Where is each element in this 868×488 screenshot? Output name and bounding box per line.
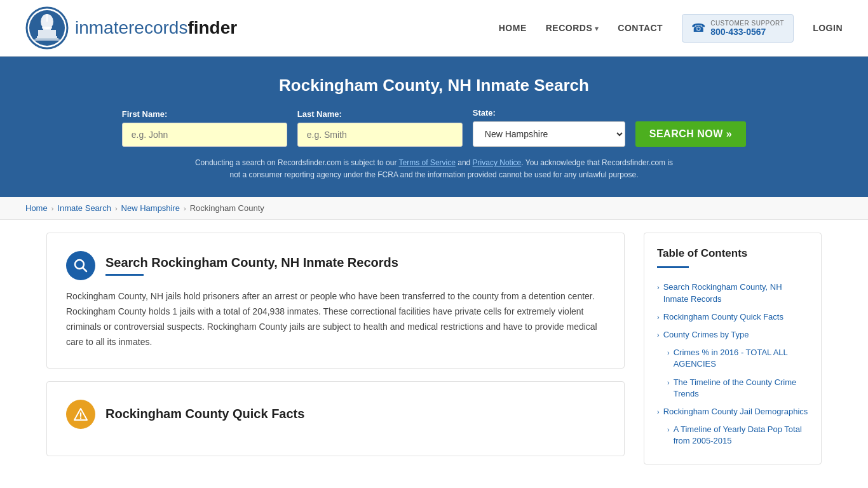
toc-title: Table of Contents bbox=[657, 247, 808, 260]
svg-rect-4 bbox=[38, 30, 56, 36]
content-right: Table of Contents ›Search Rockingham Cou… bbox=[644, 233, 822, 464]
toc-item-label-4: The Timeline of the County Crime Trends bbox=[674, 377, 808, 400]
breadcrumb-current: Rockingham County bbox=[190, 203, 264, 213]
toc-divider bbox=[657, 266, 689, 268]
toc-chevron-icon-6: › bbox=[667, 425, 670, 435]
svg-rect-6 bbox=[36, 38, 58, 39]
inmate-records-header: Search Rockingham County, NH Inmate Reco… bbox=[66, 251, 605, 280]
logo-icon bbox=[25, 6, 69, 50]
section-title-underline bbox=[105, 274, 144, 276]
first-name-label: First Name: bbox=[122, 109, 168, 119]
breadcrumb-sep-1: › bbox=[51, 205, 54, 212]
logo-text-bold: finder bbox=[187, 18, 237, 37]
toc-card: Table of Contents ›Search Rockingham Cou… bbox=[644, 233, 822, 464]
disclaimer-text: Conducting a search on Recordsfinder.com… bbox=[193, 157, 675, 181]
svg-rect-5 bbox=[37, 36, 57, 38]
toc-item-label-5: Rockingham County Jail Demographics bbox=[663, 406, 808, 417]
toc-chevron-icon-2: › bbox=[657, 330, 660, 340]
search-form: First Name: Last Name: State: New Hampsh… bbox=[25, 108, 843, 147]
toc-item-6[interactable]: ›A Timeline of Yearly Data Pop Total fro… bbox=[657, 421, 808, 450]
quick-facts-card: Rockingham County Quick Facts bbox=[46, 381, 625, 456]
breadcrumb-home[interactable]: Home bbox=[25, 203, 48, 213]
header: inmaterecordsfinder HOME RECORDS CONTACT… bbox=[0, 0, 868, 57]
last-name-label: Last Name: bbox=[297, 109, 342, 119]
quick-facts-header: Rockingham County Quick Facts bbox=[66, 400, 605, 429]
magnifying-glass-icon bbox=[74, 259, 88, 273]
svg-rect-7 bbox=[34, 39, 60, 41]
logo-text-regular: inmaterecords bbox=[75, 18, 187, 37]
logo-text-wrap: inmaterecordsfinder bbox=[75, 18, 237, 38]
hero-title: Rockingham County, NH Inmate Search bbox=[25, 76, 843, 95]
toc-item-label-6: A Timeline of Yearly Data Pop Total from… bbox=[674, 424, 808, 447]
support-text-area: CUSTOMER SUPPORT 800-433-0567 bbox=[710, 20, 784, 37]
quick-facts-title: Rockingham County Quick Facts bbox=[105, 407, 304, 421]
search-hero: Rockingham County, NH Inmate Search Firs… bbox=[0, 57, 868, 197]
main-nav: HOME RECORDS CONTACT ☎ CUSTOMER SUPPORT … bbox=[499, 14, 843, 43]
breadcrumb-new-hampshire[interactable]: New Hampshire bbox=[121, 203, 180, 213]
first-name-input[interactable] bbox=[122, 123, 287, 147]
privacy-notice-link[interactable]: Privacy Notice bbox=[473, 158, 522, 167]
svg-rect-8 bbox=[46, 14, 48, 22]
toc-list: ›Search Rockingham County, NH Inmate Rec… bbox=[657, 278, 808, 450]
state-select[interactable]: New Hampshire Alabama Alaska California … bbox=[473, 121, 625, 147]
terms-of-service-link[interactable]: Terms of Service bbox=[399, 158, 456, 167]
toc-chevron-icon-5: › bbox=[657, 407, 660, 417]
logo-area: inmaterecordsfinder bbox=[25, 6, 237, 50]
toc-item-2[interactable]: ›County Crimes by Type bbox=[657, 326, 808, 344]
customer-support-button[interactable]: ☎ CUSTOMER SUPPORT 800-433-0567 bbox=[682, 14, 794, 43]
search-section-icon bbox=[66, 251, 95, 280]
state-group: State: New Hampshire Alabama Alaska Cali… bbox=[473, 108, 625, 147]
toc-item-label-3: Crimes % in 2016 - TOTAL ALL AGENCIES bbox=[674, 347, 808, 370]
main-content: Search Rockingham County, NH Inmate Reco… bbox=[21, 220, 847, 477]
breadcrumb: Home › Inmate Search › New Hampshire › R… bbox=[0, 197, 868, 220]
last-name-group: Last Name: bbox=[297, 109, 463, 147]
toc-item-3[interactable]: ›Crimes % in 2016 - TOTAL ALL AGENCIES bbox=[657, 344, 808, 373]
nav-home[interactable]: HOME bbox=[499, 23, 527, 33]
headphone-icon: ☎ bbox=[691, 21, 705, 35]
support-label: CUSTOMER SUPPORT bbox=[710, 20, 784, 27]
toc-item-5[interactable]: ›Rockingham County Jail Demographics bbox=[657, 403, 808, 421]
nav-records-wrapper[interactable]: RECORDS bbox=[546, 23, 599, 33]
toc-item-label-0: Search Rockingham County, NH Inmate Reco… bbox=[663, 281, 808, 304]
quick-facts-title-wrap: Rockingham County Quick Facts bbox=[105, 407, 304, 421]
first-name-group: First Name: bbox=[122, 109, 287, 147]
last-name-input[interactable] bbox=[297, 123, 463, 147]
svg-rect-9 bbox=[42, 27, 52, 29]
svg-line-11 bbox=[83, 268, 87, 272]
toc-item-4[interactable]: ›The Timeline of the County Crime Trends bbox=[657, 374, 808, 403]
toc-item-0[interactable]: ›Search Rockingham County, NH Inmate Rec… bbox=[657, 278, 808, 308]
inmate-records-title-wrap: Search Rockingham County, NH Inmate Reco… bbox=[105, 255, 398, 276]
breadcrumb-inmate-search[interactable]: Inmate Search bbox=[57, 203, 111, 213]
toc-item-label-2: County Crimes by Type bbox=[663, 329, 749, 341]
toc-item-label-1: Rockingham County Quick Facts bbox=[663, 311, 783, 323]
search-now-button[interactable]: SEARCH NOW » bbox=[635, 121, 746, 147]
nav-records[interactable]: RECORDS bbox=[546, 23, 593, 33]
support-phone-number: 800-433-0567 bbox=[710, 27, 784, 37]
state-label: State: bbox=[473, 108, 496, 118]
nav-contact[interactable]: CONTACT bbox=[618, 23, 663, 33]
toc-chevron-icon-0: › bbox=[657, 283, 660, 292]
quick-facts-icon bbox=[66, 400, 95, 429]
svg-point-14 bbox=[80, 417, 81, 418]
breadcrumb-sep-3: › bbox=[184, 205, 186, 212]
records-chevron-down-icon bbox=[595, 23, 599, 33]
toc-item-1[interactable]: ›Rockingham County Quick Facts bbox=[657, 308, 808, 326]
inmate-records-card: Search Rockingham County, NH Inmate Reco… bbox=[46, 233, 625, 368]
nav-login[interactable]: LOGIN bbox=[813, 23, 843, 33]
toc-chevron-icon-3: › bbox=[667, 348, 670, 358]
inmate-records-title: Search Rockingham County, NH Inmate Reco… bbox=[105, 255, 398, 270]
breadcrumb-sep-2: › bbox=[115, 205, 118, 212]
inmate-records-body: Rockingham County, NH jails hold prisone… bbox=[66, 289, 605, 349]
logo-brand-text: inmaterecordsfinder bbox=[75, 18, 237, 37]
toc-chevron-icon-1: › bbox=[657, 313, 660, 322]
warning-icon bbox=[74, 407, 88, 421]
content-left: Search Rockingham County, NH Inmate Reco… bbox=[46, 233, 644, 464]
toc-chevron-icon-4: › bbox=[667, 378, 670, 388]
